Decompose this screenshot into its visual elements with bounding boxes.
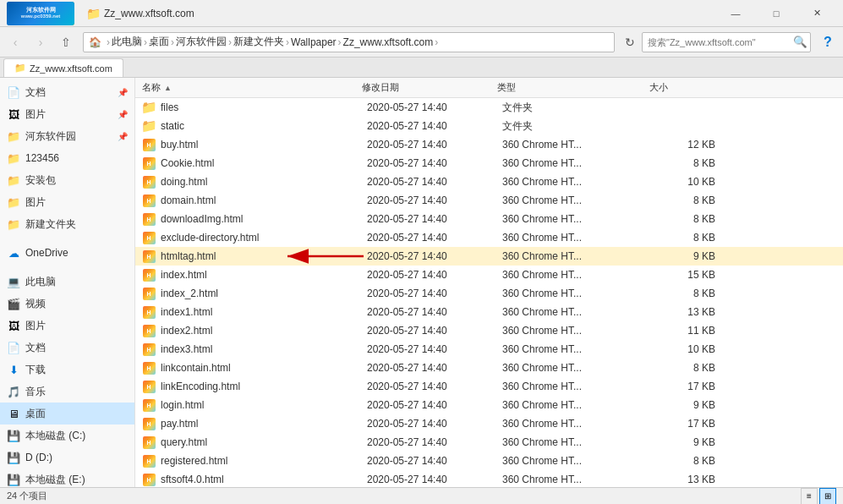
file-size: 8 KB (654, 213, 722, 225)
logo-line1: 河东软件网 (21, 7, 60, 14)
breadcrumb-hedong[interactable]: 河东软件园 (176, 35, 227, 49)
sidebar-label-drivee: 本地磁盘 (E:) (25, 473, 128, 487)
close-button[interactable]: ✕ (797, 1, 836, 26)
table-row[interactable]: H index2.html 2020-05-27 14:40 360 Chrom… (135, 321, 843, 340)
file-date: 2020-05-27 14:40 (367, 343, 502, 355)
drived-icon: 💾 (7, 451, 20, 464)
file-size: 8 KB (654, 194, 722, 206)
sidebar-item-drivee[interactable]: 💾 本地磁盘 (E:) (0, 468, 134, 487)
file-type: 360 Chrome HT... (502, 455, 654, 467)
table-row[interactable]: H linkcontain.html 2020-05-27 14:40 360 … (135, 359, 843, 377)
file-size: 10 KB (654, 343, 722, 355)
sidebar-item-install[interactable]: 📁 安装包 (0, 169, 134, 191)
file-name: index_2.html (161, 288, 367, 299)
sidebar-item-music[interactable]: 🎵 音乐 (0, 381, 134, 403)
file-list: 📁 files 2020-05-27 14:40 文件夹 📁 static 20… (135, 98, 843, 487)
file-date: 2020-05-27 14:40 (367, 176, 502, 188)
sidebar-item-hedong[interactable]: 📁 河东软件园 📌 (0, 125, 134, 147)
file-name: registered.html (161, 455, 367, 467)
sidebar-item-thispc[interactable]: 💻 此电脑 (0, 271, 134, 293)
file-date: 2020-05-27 14:40 (367, 120, 502, 132)
file-size: 15 KB (654, 269, 722, 281)
sidebar-item-newfolder[interactable]: 📁 新建文件夹 (0, 213, 134, 235)
search-input[interactable] (643, 37, 790, 47)
table-row[interactable]: H htmltag.html 2020-05-27 14:40 360 Chro… (135, 247, 843, 266)
file-type: 360 Chrome HT... (502, 436, 654, 448)
sidebar-item-docs2[interactable]: 📄 文档 (0, 337, 134, 359)
sidebar-item-downloads[interactable]: ⬇ 下载 (0, 359, 134, 381)
col-header-date[interactable]: 修改日期 (362, 81, 497, 94)
sidebar-label-pictures2: 图片 (25, 319, 128, 333)
col-header-type[interactable]: 类型 (497, 81, 649, 94)
sidebar-item-localc[interactable]: 💾 本地磁盘 (C:) (0, 425, 134, 446)
table-row[interactable]: H pay.html 2020-05-27 14:40 360 Chrome H… (135, 414, 843, 433)
sidebar-item-photos[interactable]: 📁 图片 (0, 191, 134, 213)
sidebar-item-123456[interactable]: 📁 123456 (0, 147, 134, 169)
breadcrumb-thispc[interactable]: 此电脑 (112, 35, 142, 49)
tab-strip: 📁 Zz_www.xftsoft.com (0, 58, 843, 78)
table-row[interactable]: H downloadImg.html 2020-05-27 14:40 360 … (135, 210, 843, 228)
table-row[interactable]: H index3.html 2020-05-27 14:40 360 Chrom… (135, 340, 843, 359)
table-row[interactable]: 📁 files 2020-05-27 14:40 文件夹 (135, 98, 843, 117)
sidebar-label-hedong: 河东软件园 (25, 129, 116, 144)
table-row[interactable]: H index_2.html 2020-05-27 14:40 360 Chro… (135, 284, 843, 303)
forward-button[interactable]: › (29, 30, 52, 54)
file-date: 2020-05-27 14:40 (367, 157, 502, 169)
folder-icon: 📁 (142, 101, 156, 114)
maximize-button[interactable]: □ (757, 1, 796, 26)
table-row[interactable]: 📁 static 2020-05-27 14:40 文件夹 (135, 117, 843, 135)
refresh-button[interactable]: ↻ (620, 32, 640, 52)
breadcrumb-desktop[interactable]: 桌面 (149, 35, 169, 49)
table-row[interactable]: H registered.html 2020-05-27 14:40 360 C… (135, 452, 843, 470)
newfolder-icon: 📁 (7, 217, 20, 231)
help-button[interactable]: ? (816, 30, 840, 54)
table-row[interactable]: H doing.html 2020-05-27 14:40 360 Chrome… (135, 173, 843, 191)
grid-view-button[interactable]: ⊞ (819, 488, 836, 505)
back-button[interactable]: ‹ (3, 30, 27, 54)
sidebar-item-documents[interactable]: 📄 文档 📌 (0, 81, 134, 103)
sidebar-divider-1 (0, 235, 134, 242)
table-row[interactable]: H Cookie.html 2020-05-27 14:40 360 Chrom… (135, 154, 843, 173)
table-row[interactable]: H index.html 2020-05-27 14:40 360 Chrome… (135, 266, 843, 284)
search-button[interactable]: 🔍 (790, 32, 810, 52)
table-row[interactable]: H query.html 2020-05-27 14:40 360 Chrome… (135, 433, 843, 452)
table-row[interactable]: H exclude-directory.html 2020-05-27 14:4… (135, 228, 843, 247)
sidebar-item-onedrive[interactable]: ☁ OneDrive (0, 242, 134, 264)
file-name: login.html (161, 399, 367, 411)
table-row[interactable]: H buy.html 2020-05-27 14:40 360 Chrome H… (135, 135, 843, 154)
folder-icon: 📁 (142, 119, 156, 133)
file-type: 360 Chrome HT... (502, 250, 654, 262)
breadcrumb-newfolder[interactable]: 新建文件夹 (233, 35, 284, 49)
sidebar-label-thispc: 此电脑 (25, 275, 128, 289)
up-button[interactable]: ⇧ (54, 30, 78, 54)
table-row[interactable]: H sftsoft4.0.html 2020-05-27 14:40 360 C… (135, 470, 843, 487)
col-header-size[interactable]: 大小 (649, 81, 717, 94)
sidebar-item-desktop[interactable]: 🖥 桌面 (0, 403, 134, 425)
sidebar-item-pictures2[interactable]: 🖼 图片 (0, 315, 134, 337)
breadcrumb-wallpaper[interactable]: Wallpaper (291, 36, 337, 48)
file-date: 2020-05-27 14:40 (367, 381, 502, 392)
sidebar-item-pictures[interactable]: 🖼 图片 📌 (0, 103, 134, 125)
file-name: htmltag.html (161, 250, 367, 262)
file-type: 360 Chrome HT... (502, 269, 654, 281)
file-size: 17 KB (654, 381, 722, 392)
sidebar-item-videos[interactable]: 🎬 视频 (0, 293, 134, 315)
file-size: 17 KB (654, 418, 722, 430)
sidebar-item-drived[interactable]: 💾 D (D:) (0, 446, 134, 468)
file-date: 2020-05-27 14:40 (367, 399, 502, 411)
logo-line2: www.pc0359.net (21, 14, 60, 19)
html-file-icon: H (142, 268, 156, 282)
search-bar[interactable]: 🔍 (642, 32, 811, 52)
table-row[interactable]: H login.html 2020-05-27 14:40 360 Chrome… (135, 396, 843, 414)
table-row[interactable]: H index1.html 2020-05-27 14:40 360 Chrom… (135, 303, 843, 321)
table-row[interactable]: H linkEncoding.html 2020-05-27 14:40 360… (135, 377, 843, 396)
file-date: 2020-05-27 14:40 (367, 288, 502, 299)
list-view-button[interactable]: ≡ (801, 488, 818, 505)
col-header-name[interactable]: 名称 ▲ (142, 81, 362, 94)
table-row[interactable]: H domain.html 2020-05-27 14:40 360 Chrom… (135, 191, 843, 210)
minimize-button[interactable]: — (716, 1, 755, 26)
address-bar[interactable]: 🏠 › 此电脑 › 桌面 › 河东软件园 › 新建文件夹 › Wallpaper… (83, 32, 615, 52)
file-type: 360 Chrome HT... (502, 213, 654, 225)
file-type: 360 Chrome HT... (502, 288, 654, 299)
tab-main[interactable]: 📁 Zz_www.xftsoft.com (3, 58, 123, 77)
